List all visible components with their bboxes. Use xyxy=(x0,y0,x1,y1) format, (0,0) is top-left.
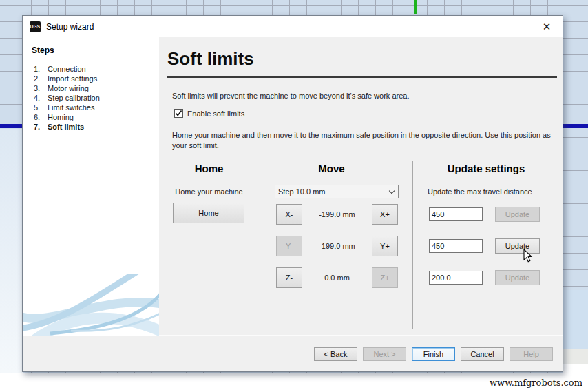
update-z-button[interactable]: Update xyxy=(495,270,540,285)
sidebar-item-limit-switches[interactable]: 5. Limit switches xyxy=(34,103,156,112)
sidebar-item-homing[interactable]: 6. Homing xyxy=(34,112,156,122)
vertical-green-line xyxy=(414,0,417,14)
x-position-value: -199.0 mm xyxy=(302,204,372,225)
z-position-value: 0.0 mm xyxy=(302,267,372,288)
close-icon[interactable]: ✕ xyxy=(538,19,556,35)
home-button[interactable]: Home xyxy=(173,203,244,223)
ugs-app-icon: UGS xyxy=(30,21,41,32)
next-button[interactable]: Next > xyxy=(363,347,406,361)
title-bar[interactable]: UGS Setup wizard ✕ xyxy=(23,16,563,37)
y-position-value: -199.0 mm xyxy=(302,236,372,256)
sidebar-item-soft-limits[interactable]: 7. Soft limits xyxy=(34,122,156,132)
jog-x-plus-button[interactable]: X+ xyxy=(372,204,398,225)
sidebar-item-step-calibration[interactable]: 4. Step calibration xyxy=(34,93,156,103)
sidebar-item-motor-wiring[interactable]: 3. Motor wiring xyxy=(34,83,156,93)
background-right-panel xyxy=(563,290,588,349)
home-column: Home Home your machine Home xyxy=(167,160,251,333)
title-divider xyxy=(167,76,557,78)
background-right-strip xyxy=(563,349,588,364)
back-button[interactable]: < Back xyxy=(314,347,357,361)
finish-button[interactable]: Finish xyxy=(412,347,455,361)
cancel-button[interactable]: Cancel xyxy=(461,347,504,361)
steps-list: 1. Connection 2. Import settings 3. Moto… xyxy=(34,64,156,132)
setup-wizard-dialog: UGS Setup wizard ✕ Steps 1. Connection 2… xyxy=(22,15,563,372)
chevron-down-icon xyxy=(389,187,395,193)
home-heading: Home xyxy=(167,163,251,174)
sidebar-item-import-settings[interactable]: 2. Import settings xyxy=(34,74,156,83)
background-left-panel xyxy=(0,129,23,373)
page-title: Soft limits xyxy=(167,48,254,70)
wizard-footer: < Back Next > Finish Cancel Help xyxy=(23,336,563,371)
window-title: Setup wizard xyxy=(46,22,94,32)
main-content: Soft limits Soft limits will prevent the… xyxy=(159,37,563,336)
jog-z-minus-button[interactable]: Z- xyxy=(276,267,302,288)
enable-soft-limits-label: Enable soft limits xyxy=(187,110,244,118)
update-settings-heading: Update settings xyxy=(412,163,560,174)
x-max-travel-input[interactable]: 450 xyxy=(429,207,483,221)
move-column: Move Step 10.0 mm X- -199.0 mm X+ Y- -19… xyxy=(251,160,412,333)
steps-underline xyxy=(31,57,153,57)
help-button[interactable]: Help xyxy=(510,347,553,361)
steps-sidebar: Steps 1. Connection 2. Import settings 3… xyxy=(23,37,159,336)
sidebar-item-connection[interactable]: 1. Connection xyxy=(34,64,156,74)
controls-columns: Home Home your machine Home Move Step 10… xyxy=(167,160,560,333)
step-size-dropdown[interactable]: Step 10.0 mm xyxy=(275,185,399,198)
move-heading: Move xyxy=(251,163,412,174)
intro-text: Soft limits will prevent the machine to … xyxy=(172,92,409,100)
y-max-travel-input[interactable]: 450 xyxy=(429,239,483,253)
update-y-button[interactable]: Update xyxy=(495,238,540,254)
update-settings-description: Update the max travel distance xyxy=(428,187,532,196)
jog-y-minus-button[interactable]: Y- xyxy=(276,236,302,256)
update-settings-column: Update settings Update the max travel di… xyxy=(412,160,560,333)
mouse-cursor xyxy=(523,249,533,263)
steps-heading: Steps xyxy=(32,45,54,55)
z-max-travel-input[interactable]: 200.0 xyxy=(429,271,483,285)
swoosh-decoration xyxy=(23,274,159,336)
watermark-text: www.mfgrobots.com xyxy=(490,378,582,388)
home-description: Home your machine xyxy=(167,187,251,196)
instructions-text: Home your machine and then move it to th… xyxy=(172,130,558,150)
background-bottom-strip: www.mfgrobots.com xyxy=(0,373,588,390)
jog-x-minus-button[interactable]: X- xyxy=(276,204,302,225)
update-x-button[interactable]: Update xyxy=(495,207,540,222)
jog-y-plus-button[interactable]: Y+ xyxy=(372,236,398,256)
jog-z-plus-button[interactable]: Z+ xyxy=(372,267,398,288)
text-caret xyxy=(445,242,445,250)
enable-soft-limits-row: Enable soft limits xyxy=(174,109,244,118)
enable-soft-limits-checkbox[interactable] xyxy=(174,109,183,118)
